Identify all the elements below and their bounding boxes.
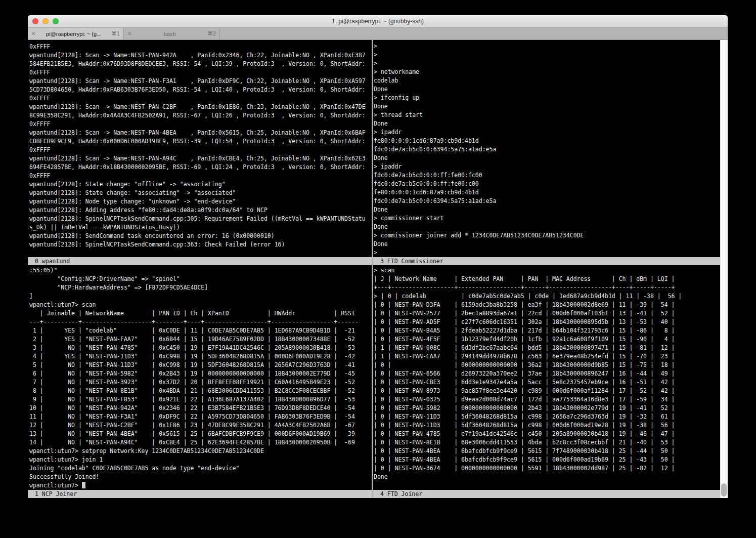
terminal-line: | 1 | NEST-PAN-CAA7 | 294149dd4978b678 |…	[374, 352, 720, 361]
terminal-line: "Config:NCP:DriverName" => "spinel"	[29, 275, 371, 283]
terminal-line: | J | Network Name | Extended PAN | PAN …	[374, 275, 720, 283]
tab-close-icon[interactable]: ✕	[127, 31, 131, 36]
terminal-line: | 0 | NEST-PAN-4BEA | 6bafcdbfcb9f9ce9 |…	[374, 447, 720, 456]
pane-ftd-joiner-cli[interactable]: > scan| J | Network Name | Extended PAN …	[374, 266, 720, 489]
terminal-line: Done	[374, 240, 720, 249]
terminal-line: | 0 | NEST-PAN-11D3 | 5df36048268d815a |…	[374, 412, 720, 421]
close-window-button[interactable]	[32, 18, 38, 24]
window-title: 1. pi@raspberrypi: ~ (gnubby-ssh)	[28, 15, 728, 27]
terminal-line: s_Ok) || (mRetVal == kWPANTUNDStatus_Bus…	[29, 223, 371, 232]
terminal-line: Done	[374, 205, 720, 214]
terminal-line: 694FE42857BE, HwAddr:0x18B43000002095BE,…	[29, 163, 371, 172]
terminal-window: 1. pi@raspberrypi: ~ (gnubby-ssh) ✕ pi@r…	[28, 15, 728, 499]
terminal-line: wpantund[2128]: Adding address "fe80::da…	[29, 206, 371, 215]
terminal-line: 14 | NO | "NEST-PAN-A94C" | 0xCBE4 | 25 …	[29, 438, 371, 447]
terminal-line: wpantund[2128]: Scan -> Name:NEST-PAN-C2…	[29, 103, 371, 111]
terminal-line: +---+------------------+----------------…	[374, 283, 720, 292]
terminal-line: wpanctl:utun7> setprop Network:Key 1234C…	[29, 447, 371, 456]
terminal-content: 0xFFFFwpantund[2128]: Scan -> Name:NEST-…	[28, 40, 728, 499]
tab-bash[interactable]: ✕ bash ⌘2	[124, 28, 220, 39]
terminal-line: :55:05)"	[29, 266, 371, 275]
terminal-line: 6 | NO | "NEST-PAN-5982" | 0x2B43 | 19 |…	[29, 369, 371, 378]
terminal-line: CDBFCB9F9CE9, HwAddr:0x000D6F000AD19BE9,…	[29, 137, 371, 146]
terminal-line: 2 | YES | "NEST-PAN-FAA7" | 0x6844 | 15 …	[29, 335, 371, 344]
text-cursor	[82, 482, 85, 488]
terminal-line: >	[374, 51, 720, 59]
terminal-line: 10 | NO | "NEST-PAN-942A" | 0x2346 | 22 …	[29, 404, 371, 412]
pane-wpantund-log[interactable]: 0xFFFFwpantund[2128]: Scan -> Name:NEST-…	[29, 43, 371, 257]
terminal-line: Done	[374, 119, 720, 128]
terminal-line: > | 0 | codelab | c0de7ab5c0de7ab5 | c0d…	[374, 292, 720, 301]
terminal-line: | 0 | NEST-PAN-AD5F | c27f7c606dc16351 |…	[374, 318, 720, 326]
terminal-line: wpantund[2128]: SendCommand task encount…	[29, 232, 371, 240]
terminal-line: 0xFFFF	[29, 68, 371, 77]
terminal-line: wpantund[2128]: SpinelNCPTaskSendCommand…	[29, 215, 371, 223]
terminal-line: | 0 | NEST-PAN-8E1B | 68e3006cdd411553 |…	[374, 438, 720, 447]
pane-ftd-commissioner-cli[interactable]: >>>> networknamecodelabDone> ifconfig up…	[374, 42, 720, 257]
terminal-line: 0xFFFF	[29, 172, 371, 180]
terminal-line: "NCP:HardwareAddress" => [F872DF9CD5AE4D…	[29, 283, 371, 292]
terminal-line: | 0 | NEST-PAN-3674 | 0000000000000000 |…	[374, 464, 720, 473]
terminal-line: fdc0:de7a:b5c0:0:0:ff:fe00:fc00	[374, 171, 720, 180]
pane-status-ftd-joiner: 4 FTD Joiner	[373, 490, 728, 498]
terminal-line: ]	[29, 292, 371, 301]
terminal-line: Done	[374, 473, 720, 481]
scrollbar-track[interactable]	[720, 40, 728, 498]
tab-close-icon[interactable]: ✕	[31, 31, 35, 36]
terminal-line: | 0 | NEST-PAN-B4A5 | 2fdeab52227d1dba |…	[374, 326, 720, 335]
terminal-line: 13 | NO | "NEST-PAN-4BEA" | 0x5615 | 25 …	[29, 430, 371, 438]
terminal-line: | 0 | NEST-PAN-4BEA | 6bafcdbfcb9f9ce9 |…	[374, 456, 720, 464]
pane-divider[interactable]	[372, 40, 373, 498]
terminal-line: 8 | NO | "NEST-PAN-8E1B" | 0x4BDA | 21 |…	[29, 387, 371, 395]
minimize-window-button[interactable]	[42, 18, 49, 24]
terminal-line: | 0 | NEST-PAN-8973 | 9ac857f8ee3e4420 |…	[374, 387, 720, 395]
terminal-line: >	[374, 59, 720, 68]
terminal-line: > ifconfig up	[374, 94, 720, 102]
terminal-line: wpanctl:utun7> scan	[29, 301, 371, 309]
terminal-line: 0xFFFF	[29, 146, 371, 154]
tab-shortcut: ⌘1	[111, 30, 120, 37]
terminal-line: wpantund[2128]: Scan -> Name:NEST-PAN-F3…	[29, 77, 371, 86]
terminal-line: 584EFB21B5E3, HwAddr:0x76D93D8F8DEDCEE3,…	[29, 60, 371, 68]
terminal-line: 11 | NO | "NEST-PAN-F3A1" | 0xDF9C | 22 …	[29, 412, 371, 421]
zoom-window-button[interactable]	[53, 18, 59, 24]
terminal-line: | 0 | NEST-PAN-D3FA | 6159adc3ba8b3258 |…	[374, 301, 720, 309]
terminal-line: Done	[374, 85, 720, 94]
terminal-line: | Joinable | NetworkName | PAN ID | Ch |…	[29, 309, 371, 318]
terminal-line: wpantund[2128]: Scan -> Name:NEST-PAN-94…	[29, 51, 371, 60]
terminal-line: fe80:0:0:0:1cd6:87a9:cb9d:4b1d	[374, 137, 720, 145]
terminal-line: 9 | NO | "NEST-PAN-F853" | 0x921E | 22 |…	[29, 395, 371, 404]
terminal-line: 7 | NO | "NEST-PAN-3923" | 0x37D2 | 20 |…	[29, 378, 371, 387]
terminal-line: 8C99E358C291, HwAddr:0x4A4A3C4FB2502A91,…	[29, 111, 371, 120]
terminal-line: 1 | YES | "codelab" | 0xC0DE | 11 | C0DE…	[29, 326, 371, 335]
tab-label: bash	[135, 31, 204, 37]
terminal-line: wpantund[2128]: SpinelNCPTaskSendCommand…	[29, 240, 371, 249]
terminal-line: fdc0:de7a:b5c0:0:0:ff:fe00:c00	[374, 180, 720, 188]
terminal-line: > commissioner start	[374, 214, 720, 223]
terminal-line: wpantund[2128]: Scan -> Name:NEST-PAN-4B…	[29, 129, 371, 137]
terminal-line: > networkname	[374, 68, 720, 76]
terminal-line: fdc0:de7a:b5c0:0:6394:5a75:a1ad:e5a	[374, 145, 720, 154]
terminal-line: > ipaddr	[374, 128, 720, 137]
tab-ssh-session[interactable]: ✕ pi@raspberrypi: ~ (g... ⌘1	[28, 28, 124, 39]
terminal-line: wpanctl:utun7>	[29, 481, 371, 489]
terminal-line: >	[374, 42, 720, 51]
window-titlebar[interactable]: 1. pi@raspberrypi: ~ (gnubby-ssh)	[28, 15, 728, 28]
terminal-line: | 0 | NEST-PAN-0325 | d9eaa2d008d74ac7 |…	[374, 395, 720, 404]
terminal-line: | 0 | NEST-PAN-CBE3 | 6dd3e1e9347e4a5a |…	[374, 378, 720, 387]
terminal-line: | 0 | NEST-PAN-5982 | 0000000000000000 |…	[374, 404, 720, 412]
terminal-line: | 0 | NEST-PAN-4F5F | 1b12379efd4df20b |…	[374, 335, 720, 344]
terminal-line: | 0 | NEST-PAN-6566 | d26973220a370ee2 |…	[374, 369, 720, 378]
terminal-line: Done	[374, 154, 720, 162]
terminal-line: > scan	[374, 266, 720, 275]
pane-ncp-joiner-cli[interactable]: :55:05)" "Config:NCP:DriverName" => "spi…	[29, 266, 371, 489]
terminal-line: | 0 | | 0000000000000000 | 36a2 | 18b430…	[374, 361, 720, 369]
terminal-line: > ipaddr	[374, 162, 720, 171]
scrollbar-thumb[interactable]	[721, 483, 727, 496]
pane-status-wpantund: 0 wpantund	[28, 257, 372, 265]
terminal-line: Successfully Joined!	[29, 473, 371, 481]
tab-bar-empty-space	[220, 28, 728, 39]
pane-status-ncp-joiner: 1 NCP Joiner	[28, 490, 372, 498]
terminal-line: 0xFFFF	[29, 43, 371, 51]
terminal-line: | 1 | NEST-PAN-008C | 6d3df2bc67aabc64 |…	[374, 344, 720, 352]
